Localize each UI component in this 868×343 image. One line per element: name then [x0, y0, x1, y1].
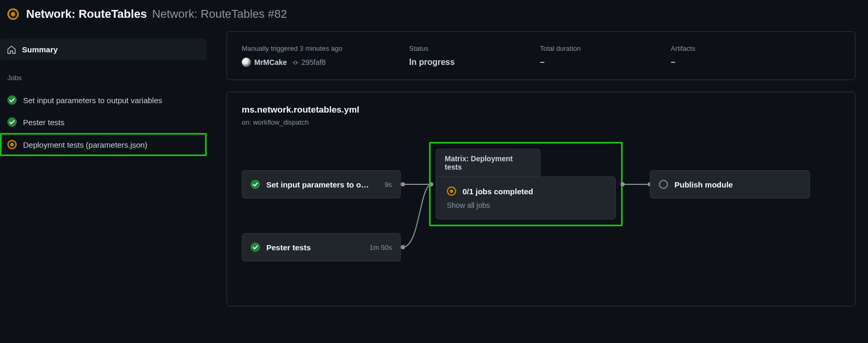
- graph-node-label: Pester tests: [266, 243, 311, 252]
- graph-matrix-deployment-tests: Matrix: Deployment tests 0/1 jobs comple…: [429, 142, 623, 226]
- graph-node-label: Set input parameters to out…: [266, 180, 374, 189]
- artifacts-value: –: [671, 58, 675, 67]
- sidebar-job-set-input-parameters[interactable]: Set input parameters to output variables: [0, 89, 207, 111]
- main-content: Manually triggered 3 minutes ago MrMCake…: [207, 31, 868, 306]
- status-success-icon: [7, 117, 17, 127]
- home-icon: [7, 46, 16, 54]
- duration-value: –: [540, 58, 545, 67]
- sidebar: Summary Jobs Set input parameters to out…: [0, 31, 207, 306]
- workflow-graph: Set input parameters to out… 9s Pester t…: [242, 158, 840, 294]
- sidebar-job-pester-tests[interactable]: Pester tests: [0, 111, 207, 133]
- workflow-run-title: Network: RouteTables #82: [152, 7, 287, 21]
- duration-label: Total duration: [540, 45, 624, 52]
- graph-node-duration: 1m 50s: [363, 244, 392, 251]
- status-running-icon: [447, 186, 456, 196]
- run-status-running-icon: [7, 8, 19, 20]
- sidebar-jobs-heading: Jobs: [0, 71, 207, 89]
- graph-node-pester-tests[interactable]: Pester tests 1m 50s: [242, 233, 401, 261]
- workflow-trigger-text: on: workflow_dispatch: [242, 118, 840, 126]
- commit-icon: -o-: [292, 59, 298, 66]
- matrix-tab-label[interactable]: Matrix: Deployment tests: [436, 149, 540, 176]
- artifacts-label: Artifacts: [671, 45, 754, 52]
- page-header: Network: RouteTables Network: RouteTable…: [0, 0, 868, 31]
- commit-sha-link[interactable]: 295faf8: [301, 58, 326, 67]
- matrix-progress-text: 0/1 jobs completed: [463, 187, 533, 196]
- status-success-icon: [251, 180, 260, 189]
- status-running-icon: [7, 140, 17, 149]
- workflow-graph-card: ms.network.routetables.yml on: workflow_…: [227, 92, 855, 306]
- sidebar-job-deployment-tests[interactable]: Deployment tests (parameters.json): [0, 133, 207, 156]
- graph-connector-dot: [401, 245, 405, 249]
- sidebar-summary-label: Summary: [22, 45, 58, 54]
- sidebar-summary[interactable]: Summary: [0, 39, 207, 60]
- actor-link[interactable]: MrMCake: [254, 58, 287, 67]
- workflow-title: Network: RouteTables: [26, 7, 147, 21]
- status-value: In progress: [409, 58, 455, 67]
- graph-node-duration: 9s: [378, 181, 392, 189]
- status-label: Status: [409, 45, 493, 52]
- sidebar-job-label: Deployment tests (parameters.json): [23, 140, 148, 149]
- graph-node-label: Publish module: [674, 180, 733, 189]
- graph-node-set-input-parameters[interactable]: Set input parameters to out… 9s: [242, 170, 401, 198]
- sidebar-job-label: Pester tests: [23, 118, 64, 127]
- matrix-show-all-link[interactable]: Show all jobs: [447, 201, 605, 209]
- run-meta-card: Manually triggered 3 minutes ago MrMCake…: [227, 31, 855, 80]
- workflow-file-name: ms.network.routetables.yml: [242, 105, 840, 115]
- status-success-icon: [7, 95, 17, 105]
- actor-avatar[interactable]: [242, 58, 251, 67]
- status-pending-icon: [659, 180, 668, 189]
- graph-connector-dot: [621, 182, 625, 186]
- sidebar-job-label: Set input parameters to output variables: [23, 96, 162, 105]
- graph-node-publish-module[interactable]: Publish module: [650, 170, 810, 198]
- status-success-icon: [251, 242, 260, 252]
- graph-connector-dot: [401, 182, 405, 186]
- trigger-text: Manually triggered 3 minutes ago: [242, 45, 362, 52]
- matrix-body[interactable]: 0/1 jobs completed Show all jobs: [436, 176, 616, 219]
